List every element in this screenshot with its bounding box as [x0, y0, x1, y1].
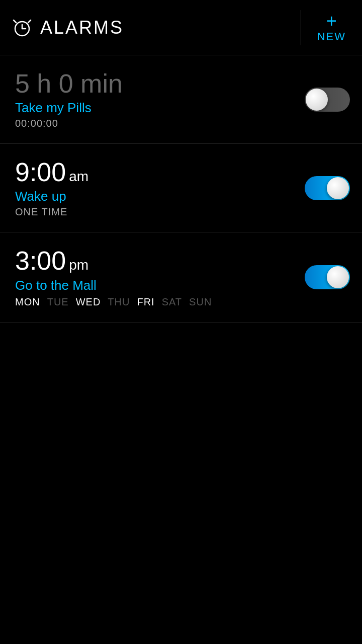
alarm-list: 5 h 0 min Take my Pills 00:00:00 9:00am …	[0, 55, 362, 323]
alarm-name-3: Go to the Mall	[15, 278, 305, 293]
alarm-toggle-3[interactable]	[305, 265, 350, 289]
alarm-toggle-1[interactable]	[305, 88, 350, 112]
alarm-time-2: 9:00am	[15, 158, 305, 187]
day-fri: FRI	[137, 296, 154, 308]
day-thu: THU	[108, 296, 130, 308]
alarm-item-go-to-mall[interactable]: 3:00pm Go to the Mall MON TUE WED THU FR…	[0, 232, 362, 322]
toggle-knob-3	[327, 266, 349, 288]
alarm-info-3: 3:00pm Go to the Mall MON TUE WED THU FR…	[15, 247, 305, 307]
day-tue: TUE	[47, 296, 69, 308]
toggle-knob-1	[306, 89, 328, 111]
page-title: ALARMS	[40, 17, 124, 38]
alarm-time-3: 3:00pm	[15, 247, 305, 275]
alarm-name-2: Wake up	[15, 189, 305, 204]
day-mon: MON	[15, 296, 40, 308]
alarm-item-take-my-pills[interactable]: 5 h 0 min Take my Pills 00:00:00	[0, 55, 362, 144]
alarm-clock-icon	[12, 18, 32, 38]
alarm-item-wake-up[interactable]: 9:00am Wake up ONE TIME	[0, 144, 362, 232]
alarm-toggle-2[interactable]	[305, 176, 350, 200]
header-left: ALARMS	[12, 17, 124, 38]
alarm-info-1: 5 h 0 min Take my Pills 00:00:00	[15, 69, 305, 129]
new-label: NEW	[317, 30, 346, 43]
alarm-days-3: MON TUE WED THU FRI SAT SUN	[15, 296, 305, 308]
header-divider	[301, 10, 301, 45]
app-header: ALARMS + NEW	[0, 0, 362, 55]
svg-line-3	[14, 20, 16, 23]
alarm-repeat-2: ONE TIME	[15, 206, 305, 218]
svg-line-4	[28, 20, 31, 23]
alarm-info-2: 9:00am Wake up ONE TIME	[15, 158, 305, 218]
new-alarm-button[interactable]: + NEW	[313, 8, 350, 47]
alarm-time-1: 5 h 0 min	[15, 69, 305, 98]
alarm-name-1: Take my Pills	[15, 100, 305, 116]
day-wed: WED	[76, 296, 101, 308]
toggle-knob-2	[327, 177, 349, 199]
plus-icon: +	[326, 12, 337, 30]
day-sat: SAT	[162, 296, 182, 308]
alarm-repeat-1: 00:00:00	[15, 118, 305, 129]
day-sun: SUN	[189, 296, 212, 308]
